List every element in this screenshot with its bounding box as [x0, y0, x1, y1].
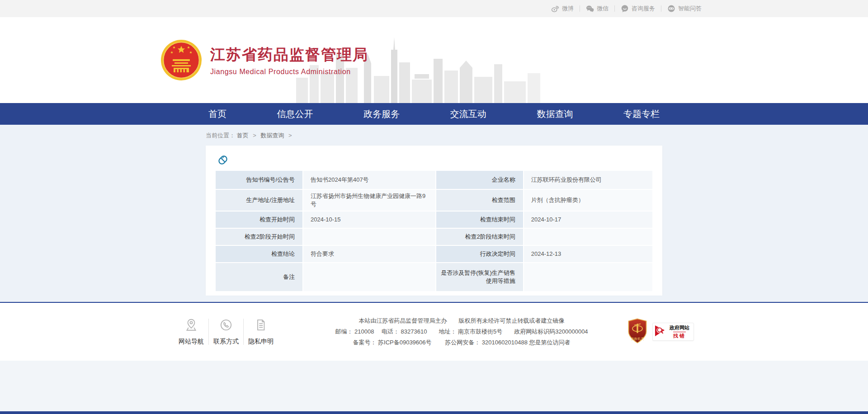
weibo-icon: [551, 5, 559, 13]
national-emblem-logo: [160, 39, 202, 81]
chat-icon: [621, 5, 629, 13]
nav-item-info-disclosure[interactable]: 信息公开: [274, 108, 316, 120]
topbar-label: 智能问答: [678, 5, 702, 13]
field-label: 检查结论: [216, 246, 302, 262]
table-row: 备注 是否涉及暂停(恢复)生产销售使用等措施: [216, 263, 652, 291]
field-value: 2024-10-15: [303, 212, 435, 228]
pill-icon: [215, 152, 231, 170]
field-value: 江苏省扬州市扬州生物健康产业园健康一路9号: [303, 190, 435, 211]
topbar-label: 咨询服务: [632, 5, 655, 13]
field-label: 检查2阶段开始时间: [216, 229, 302, 245]
magnifier-flag-icon: [654, 324, 667, 340]
field-value: 江苏联环药业股份有限公司: [524, 171, 652, 189]
table-row: 检查2阶段开始时间 检查2阶段结束时间: [216, 229, 652, 245]
breadcrumb: 当前位置： 首页 > 数据查询 >: [206, 125, 662, 146]
topbar-item-weibo[interactable]: 微博: [545, 5, 580, 13]
error-badge-line2: 找错: [673, 332, 686, 339]
breadcrumb-link-data-query[interactable]: 数据查询: [260, 132, 284, 139]
field-value: 符合要求: [303, 246, 435, 262]
site-subtitle: Jiangsu Medical Products Administration: [210, 68, 368, 76]
inspection-detail-table: 告知书编号/公告号 告知书2024年第407号 企业名称 江苏联环药业股份有限公…: [215, 170, 653, 292]
map-pin-icon: [184, 318, 198, 334]
nav-item-interaction[interactable]: 交流互动: [448, 108, 489, 120]
footer-link-sitemap[interactable]: 网站导航: [174, 318, 208, 346]
table-row: 检查开始时间 2024-10-15 检查结束时间 2024-10-17: [216, 212, 652, 228]
field-label: 生产地址/注册地址: [216, 190, 302, 211]
topbar-item-wechat[interactable]: 微信: [580, 5, 614, 13]
page-bottom-spacer: [0, 361, 868, 411]
nav-item-gov-services[interactable]: 政务服务: [361, 108, 402, 120]
party-badge-text: 党政机关: [631, 337, 644, 341]
nav-item-home[interactable]: 首页: [206, 108, 229, 120]
table-row: 生产地址/注册地址 江苏省扬州市扬州生物健康产业园健康一路9号 检查范围 片剂（…: [216, 190, 652, 211]
site-header: 江苏省药品监督管理局 Jiangsu Medical Products Admi…: [0, 17, 868, 103]
footer-links: 网站导航 联系方式: [174, 318, 278, 346]
bottom-blue-bar: [0, 411, 868, 414]
breadcrumb-link-home[interactable]: 首页: [237, 132, 249, 139]
footer-line-icp: 备案号： 苏ICP备09039606号 苏公网安备： 3201060201048…: [296, 337, 627, 348]
nav-item-data-query[interactable]: 数据查询: [534, 108, 576, 120]
breadcrumb-prefix: 当前位置：: [206, 132, 235, 139]
page-root: 微博 微信: [0, 0, 868, 414]
field-value: [524, 263, 652, 291]
topbar-label: 微信: [597, 5, 609, 13]
footer-link-privacy[interactable]: 隐私申明: [244, 318, 278, 346]
gov-site-error-badge[interactable]: 政府网站 找错: [652, 323, 694, 341]
field-label: 备注: [216, 263, 302, 291]
footer-badges: 党政机关 政府网站 找错: [627, 318, 694, 345]
breadcrumb-separator: >: [288, 132, 292, 139]
main-content: 当前位置： 首页 > 数据查询 >: [0, 125, 868, 302]
topbar-label: 微博: [562, 5, 574, 13]
field-value: [524, 229, 652, 245]
field-label: 企业名称: [436, 171, 523, 189]
field-value: 片剂（含抗肿瘤类）: [524, 190, 652, 211]
footer-line-host: 本站由江苏省药品监督管理局主办 版权所有未经许可禁止转载或者建立镜像: [296, 315, 627, 326]
footer-link-label: 联系方式: [213, 338, 239, 346]
site-title: 江苏省药品监督管理局: [210, 45, 368, 65]
field-label: 行政决定时间: [436, 246, 523, 262]
detail-card: 告知书编号/公告号 告知书2024年第407号 企业名称 江苏联环药业股份有限公…: [206, 146, 662, 296]
footer-link-label: 隐私申明: [248, 338, 274, 346]
breadcrumb-separator: >: [253, 132, 256, 139]
field-label: 检查开始时间: [216, 212, 302, 228]
topbar-item-qa[interactable]: 智能问答: [661, 5, 708, 13]
field-value: 2024-10-17: [524, 212, 652, 228]
phone-icon: [219, 318, 233, 334]
nav-item-special-columns[interactable]: 专题专栏: [621, 108, 662, 120]
field-label: 检查2阶段结束时间: [436, 229, 523, 245]
field-label: 告知书编号/公告号: [216, 171, 302, 189]
field-value: [303, 263, 435, 291]
field-value: 2024-12-13: [524, 246, 652, 262]
footer-link-contact[interactable]: 联系方式: [209, 318, 243, 346]
topbar: 微博 微信: [0, 0, 868, 17]
field-label: 检查结束时间: [436, 212, 523, 228]
wechat-icon: [586, 5, 594, 13]
footer-link-label: 网站导航: [179, 338, 204, 346]
document-icon: [254, 318, 268, 334]
party-gov-badge[interactable]: 党政机关: [627, 318, 648, 345]
field-label: 是否涉及暂停(恢复)生产销售使用等措施: [436, 263, 523, 291]
robot-icon: [667, 5, 675, 13]
table-row: 告知书编号/公告号 告知书2024年第407号 企业名称 江苏联环药业股份有限公…: [216, 171, 652, 189]
table-row: 检查结论 符合要求 行政决定时间 2024-12-13: [216, 246, 652, 262]
main-nav: 首页 信息公开 政务服务 交流互动 数据查询 专题专栏: [0, 103, 868, 125]
footer-line-contact: 邮编： 210008 电话： 83273610 地址： 南京市鼓楼街5号 政府网…: [296, 326, 627, 337]
field-value: 告知书2024年第407号: [303, 171, 435, 189]
error-badge-line1: 政府网站: [670, 325, 689, 331]
field-value: [303, 229, 435, 245]
footer-info: 本站由江苏省药品监督管理局主办 版权所有未经许可禁止转载或者建立镜像 邮编： 2…: [278, 315, 627, 348]
field-label: 检查范围: [436, 190, 523, 211]
site-footer: 网站导航 联系方式: [0, 302, 868, 361]
topbar-item-consult[interactable]: 咨询服务: [615, 5, 661, 13]
